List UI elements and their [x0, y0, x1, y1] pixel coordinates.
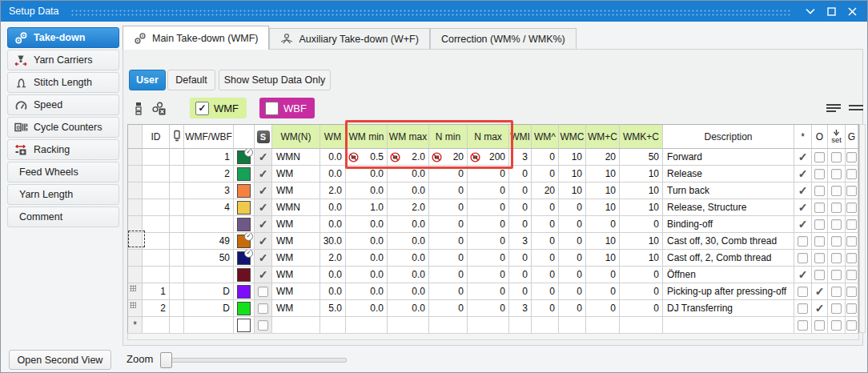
cell-marker[interactable]: [170, 199, 184, 216]
cell-wmn[interactable]: WM: [272, 233, 320, 250]
color-swatch[interactable]: ✓: [237, 251, 251, 265]
col-header-id[interactable]: ID: [143, 125, 170, 149]
cell-wmn[interactable]: WM: [272, 250, 320, 267]
cell-marker[interactable]: [170, 216, 184, 233]
cell-wmn[interactable]: WMN: [272, 149, 320, 166]
column-filter-icon[interactable]: [130, 99, 147, 117]
cell-g[interactable]: [846, 182, 858, 199]
cell-swatch[interactable]: [234, 317, 255, 334]
row-drag-grip-icon[interactable]: [130, 285, 136, 291]
cell-wm_c[interactable]: 10: [586, 250, 620, 267]
cell-wm_min[interactable]: 0.0: [346, 267, 388, 283]
cell-set[interactable]: [828, 283, 846, 300]
cell-desc[interactable]: [663, 317, 794, 334]
cell-wmk_c[interactable]: 10: [620, 250, 663, 267]
checkbox[interactable]: [846, 253, 857, 263]
cell-wm_up[interactable]: 20: [532, 182, 559, 199]
sidebar-item-comment[interactable]: Comment: [7, 207, 119, 227]
cell-wm_max[interactable]: 2.0: [388, 149, 429, 166]
cell-wm[interactable]: 0.0: [320, 199, 346, 216]
cell-g[interactable]: [846, 317, 858, 334]
sidebar-item-racking[interactable]: Racking: [7, 139, 119, 160]
checkbox[interactable]: [814, 270, 825, 280]
cell-g[interactable]: [846, 250, 858, 267]
cell-o[interactable]: [812, 250, 828, 267]
cell-star[interactable]: [794, 233, 812, 250]
cell-set[interactable]: [828, 267, 846, 283]
col-header-n_max[interactable]: N max: [468, 125, 509, 149]
checkbox[interactable]: [846, 152, 857, 162]
checkbox[interactable]: [831, 303, 842, 314]
cell-n_min[interactable]: 0: [429, 182, 468, 199]
cell-desc[interactable]: Öffnen: [663, 267, 794, 283]
maximize-icon[interactable]: [822, 4, 840, 18]
cell-wmfwbf[interactable]: [184, 267, 234, 283]
cell-wm_min[interactable]: 1.0: [346, 199, 388, 216]
col-header-wmc[interactable]: WMC: [559, 125, 586, 149]
titlebar[interactable]: Setup Data: [1, 1, 867, 22]
cell-wm_c[interactable]: 0: [586, 300, 620, 317]
cell-set[interactable]: [828, 250, 846, 267]
cell-wm[interactable]: 0.0: [320, 283, 346, 300]
cell-s[interactable]: ✓: [255, 250, 272, 267]
checkbox[interactable]: [258, 303, 268, 314]
checkbox[interactable]: [798, 287, 808, 297]
sidebar-item-yarn-carriers[interactable]: Yarn Carriers: [7, 50, 119, 70]
checkbox[interactable]: [814, 186, 825, 196]
cell-marker[interactable]: [170, 233, 184, 250]
cell-swatch[interactable]: [234, 182, 255, 199]
cell-wm_up[interactable]: 0: [532, 233, 559, 250]
cell-o[interactable]: [812, 267, 828, 283]
cell-rh[interactable]: [128, 216, 143, 233]
cell-wmfwbf[interactable]: 49: [184, 233, 234, 250]
cell-g[interactable]: [846, 199, 858, 216]
cell-wmn[interactable]: WM: [272, 283, 320, 300]
cell-wmk_c[interactable]: 0: [620, 283, 663, 300]
cell-wmk_c[interactable]: 10: [620, 199, 663, 216]
cell-rh[interactable]: *: [128, 317, 143, 334]
col-header-wmi[interactable]: WMI: [509, 125, 532, 149]
cell-wm_max[interactable]: 0.0: [388, 216, 429, 233]
checkbox[interactable]: [814, 320, 825, 331]
cell-wmfwbf[interactable]: 2: [184, 166, 234, 182]
cell-wmn[interactable]: WM: [272, 166, 320, 182]
cell-wm_up[interactable]: 0: [532, 149, 559, 166]
cell-wm_c[interactable]: [586, 317, 620, 334]
cell-n_min[interactable]: 0: [429, 267, 468, 283]
collapse-icon[interactable]: [802, 4, 819, 18]
cell-id[interactable]: 1: [143, 283, 170, 300]
sidebar-item-feed-wheels[interactable]: Feed Wheels: [7, 162, 119, 182]
checkbox[interactable]: [798, 320, 808, 331]
cell-wmfwbf[interactable]: [184, 317, 234, 334]
cell-rh[interactable]: [128, 250, 143, 267]
cell-n_max[interactable]: 0: [468, 267, 509, 283]
cell-wm_up[interactable]: 0: [532, 300, 559, 317]
cell-marker[interactable]: [170, 317, 184, 334]
cell-n_max[interactable]: 200: [468, 149, 509, 166]
cell-o[interactable]: ✓: [812, 283, 828, 300]
checkbox[interactable]: [831, 169, 842, 179]
cell-swatch[interactable]: [234, 267, 255, 283]
cell-wmn[interactable]: WMN: [272, 199, 320, 216]
cell-wm_c[interactable]: 10: [586, 233, 620, 250]
cell-swatch[interactable]: ✓: [234, 233, 255, 250]
cell-n_max[interactable]: 0: [468, 250, 509, 267]
sidebar-item-take-down[interactable]: Take-down: [7, 27, 119, 48]
cell-wmi[interactable]: 3: [509, 149, 532, 166]
cell-set[interactable]: [828, 166, 846, 182]
cell-wm_max[interactable]: 0.0: [388, 233, 429, 250]
cell-wmfwbf[interactable]: 1: [184, 149, 234, 166]
cell-wmfwbf[interactable]: 50: [184, 250, 234, 267]
cell-desc[interactable]: Turn back: [663, 182, 794, 199]
cell-s[interactable]: ✓: [255, 166, 272, 182]
cell-star[interactable]: ✓: [794, 267, 812, 283]
cell-n_min[interactable]: 0: [429, 166, 468, 182]
vertical-scrollbar[interactable]: [859, 124, 866, 333]
col-header-wmfwbf[interactable]: WMF/WBF: [184, 125, 234, 149]
cell-n_max[interactable]: 0: [468, 199, 509, 216]
cell-wmc[interactable]: 0: [559, 250, 586, 267]
cell-wmk_c[interactable]: [620, 317, 663, 334]
cell-wmi[interactable]: 0: [509, 182, 532, 199]
color-swatch[interactable]: [237, 218, 251, 231]
cell-wmi[interactable]: 0: [509, 283, 532, 300]
